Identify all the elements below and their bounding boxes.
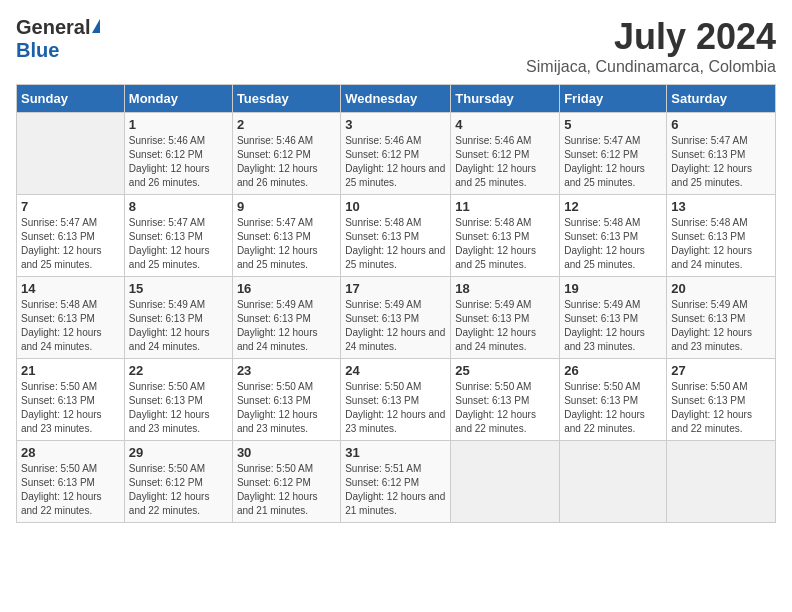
calendar-cell: 27Sunrise: 5:50 AMSunset: 6:13 PMDayligh… [667, 359, 776, 441]
day-info: Sunrise: 5:50 AMSunset: 6:13 PMDaylight:… [345, 380, 446, 436]
calendar-cell: 18Sunrise: 5:49 AMSunset: 6:13 PMDayligh… [451, 277, 560, 359]
calendar-week-row: 21Sunrise: 5:50 AMSunset: 6:13 PMDayligh… [17, 359, 776, 441]
day-info: Sunrise: 5:47 AMSunset: 6:12 PMDaylight:… [564, 134, 662, 190]
title-area: July 2024 Simijaca, Cundinamarca, Colomb… [526, 16, 776, 76]
day-number: 5 [564, 117, 662, 132]
calendar-cell: 16Sunrise: 5:49 AMSunset: 6:13 PMDayligh… [232, 277, 340, 359]
day-info: Sunrise: 5:47 AMSunset: 6:13 PMDaylight:… [237, 216, 336, 272]
calendar-cell: 15Sunrise: 5:49 AMSunset: 6:13 PMDayligh… [124, 277, 232, 359]
calendar-cell: 5Sunrise: 5:47 AMSunset: 6:12 PMDaylight… [560, 113, 667, 195]
day-number: 1 [129, 117, 228, 132]
calendar-cell: 6Sunrise: 5:47 AMSunset: 6:13 PMDaylight… [667, 113, 776, 195]
day-info: Sunrise: 5:50 AMSunset: 6:13 PMDaylight:… [129, 380, 228, 436]
day-info: Sunrise: 5:50 AMSunset: 6:13 PMDaylight:… [21, 380, 120, 436]
day-info: Sunrise: 5:46 AMSunset: 6:12 PMDaylight:… [455, 134, 555, 190]
day-info: Sunrise: 5:48 AMSunset: 6:13 PMDaylight:… [21, 298, 120, 354]
day-info: Sunrise: 5:50 AMSunset: 6:13 PMDaylight:… [21, 462, 120, 518]
day-number: 24 [345, 363, 446, 378]
day-number: 26 [564, 363, 662, 378]
day-number: 29 [129, 445, 228, 460]
calendar-cell [667, 441, 776, 523]
calendar-cell: 4Sunrise: 5:46 AMSunset: 6:12 PMDaylight… [451, 113, 560, 195]
calendar-cell [560, 441, 667, 523]
header-tuesday: Tuesday [232, 85, 340, 113]
day-number: 19 [564, 281, 662, 296]
calendar-cell: 14Sunrise: 5:48 AMSunset: 6:13 PMDayligh… [17, 277, 125, 359]
day-info: Sunrise: 5:50 AMSunset: 6:13 PMDaylight:… [455, 380, 555, 436]
day-info: Sunrise: 5:48 AMSunset: 6:13 PMDaylight:… [671, 216, 771, 272]
calendar-cell: 30Sunrise: 5:50 AMSunset: 6:12 PMDayligh… [232, 441, 340, 523]
calendar-header-row: SundayMondayTuesdayWednesdayThursdayFrid… [17, 85, 776, 113]
day-info: Sunrise: 5:46 AMSunset: 6:12 PMDaylight:… [129, 134, 228, 190]
day-number: 15 [129, 281, 228, 296]
day-number: 9 [237, 199, 336, 214]
day-info: Sunrise: 5:50 AMSunset: 6:13 PMDaylight:… [564, 380, 662, 436]
day-number: 13 [671, 199, 771, 214]
day-info: Sunrise: 5:48 AMSunset: 6:13 PMDaylight:… [345, 216, 446, 272]
day-info: Sunrise: 5:49 AMSunset: 6:13 PMDaylight:… [671, 298, 771, 354]
day-number: 30 [237, 445, 336, 460]
day-number: 3 [345, 117, 446, 132]
day-number: 27 [671, 363, 771, 378]
day-number: 10 [345, 199, 446, 214]
day-info: Sunrise: 5:47 AMSunset: 6:13 PMDaylight:… [129, 216, 228, 272]
logo: General Blue [16, 16, 100, 62]
day-number: 7 [21, 199, 120, 214]
day-info: Sunrise: 5:50 AMSunset: 6:13 PMDaylight:… [237, 380, 336, 436]
header-sunday: Sunday [17, 85, 125, 113]
calendar-week-row: 1Sunrise: 5:46 AMSunset: 6:12 PMDaylight… [17, 113, 776, 195]
calendar-cell: 10Sunrise: 5:48 AMSunset: 6:13 PMDayligh… [341, 195, 451, 277]
day-number: 28 [21, 445, 120, 460]
calendar-cell: 21Sunrise: 5:50 AMSunset: 6:13 PMDayligh… [17, 359, 125, 441]
day-info: Sunrise: 5:49 AMSunset: 6:13 PMDaylight:… [564, 298, 662, 354]
calendar-cell: 23Sunrise: 5:50 AMSunset: 6:13 PMDayligh… [232, 359, 340, 441]
calendar-cell: 28Sunrise: 5:50 AMSunset: 6:13 PMDayligh… [17, 441, 125, 523]
day-number: 6 [671, 117, 771, 132]
day-number: 23 [237, 363, 336, 378]
header-friday: Friday [560, 85, 667, 113]
header-wednesday: Wednesday [341, 85, 451, 113]
day-number: 14 [21, 281, 120, 296]
calendar-cell: 1Sunrise: 5:46 AMSunset: 6:12 PMDaylight… [124, 113, 232, 195]
calendar-cell: 22Sunrise: 5:50 AMSunset: 6:13 PMDayligh… [124, 359, 232, 441]
main-title: July 2024 [526, 16, 776, 58]
calendar-cell [17, 113, 125, 195]
day-number: 18 [455, 281, 555, 296]
day-info: Sunrise: 5:46 AMSunset: 6:12 PMDaylight:… [345, 134, 446, 190]
header-thursday: Thursday [451, 85, 560, 113]
logo-blue: Blue [16, 39, 59, 62]
day-number: 17 [345, 281, 446, 296]
logo-general: General [16, 16, 90, 39]
logo-text: General [16, 16, 100, 39]
calendar-cell: 2Sunrise: 5:46 AMSunset: 6:12 PMDaylight… [232, 113, 340, 195]
day-info: Sunrise: 5:47 AMSunset: 6:13 PMDaylight:… [21, 216, 120, 272]
day-number: 25 [455, 363, 555, 378]
calendar-cell: 11Sunrise: 5:48 AMSunset: 6:13 PMDayligh… [451, 195, 560, 277]
day-number: 4 [455, 117, 555, 132]
calendar-cell: 26Sunrise: 5:50 AMSunset: 6:13 PMDayligh… [560, 359, 667, 441]
calendar-cell: 12Sunrise: 5:48 AMSunset: 6:13 PMDayligh… [560, 195, 667, 277]
day-number: 2 [237, 117, 336, 132]
calendar-cell: 3Sunrise: 5:46 AMSunset: 6:12 PMDaylight… [341, 113, 451, 195]
header: General Blue July 2024 Simijaca, Cundina… [16, 16, 776, 76]
calendar-cell: 13Sunrise: 5:48 AMSunset: 6:13 PMDayligh… [667, 195, 776, 277]
calendar-cell: 31Sunrise: 5:51 AMSunset: 6:12 PMDayligh… [341, 441, 451, 523]
day-info: Sunrise: 5:50 AMSunset: 6:13 PMDaylight:… [671, 380, 771, 436]
day-info: Sunrise: 5:50 AMSunset: 6:12 PMDaylight:… [129, 462, 228, 518]
day-info: Sunrise: 5:46 AMSunset: 6:12 PMDaylight:… [237, 134, 336, 190]
header-monday: Monday [124, 85, 232, 113]
day-number: 12 [564, 199, 662, 214]
calendar-cell: 20Sunrise: 5:49 AMSunset: 6:13 PMDayligh… [667, 277, 776, 359]
calendar-table: SundayMondayTuesdayWednesdayThursdayFrid… [16, 84, 776, 523]
calendar-cell [451, 441, 560, 523]
day-info: Sunrise: 5:48 AMSunset: 6:13 PMDaylight:… [455, 216, 555, 272]
calendar-cell: 17Sunrise: 5:49 AMSunset: 6:13 PMDayligh… [341, 277, 451, 359]
day-number: 22 [129, 363, 228, 378]
day-info: Sunrise: 5:48 AMSunset: 6:13 PMDaylight:… [564, 216, 662, 272]
header-saturday: Saturday [667, 85, 776, 113]
day-info: Sunrise: 5:49 AMSunset: 6:13 PMDaylight:… [129, 298, 228, 354]
calendar-cell: 19Sunrise: 5:49 AMSunset: 6:13 PMDayligh… [560, 277, 667, 359]
day-number: 8 [129, 199, 228, 214]
calendar-cell: 9Sunrise: 5:47 AMSunset: 6:13 PMDaylight… [232, 195, 340, 277]
day-number: 31 [345, 445, 446, 460]
